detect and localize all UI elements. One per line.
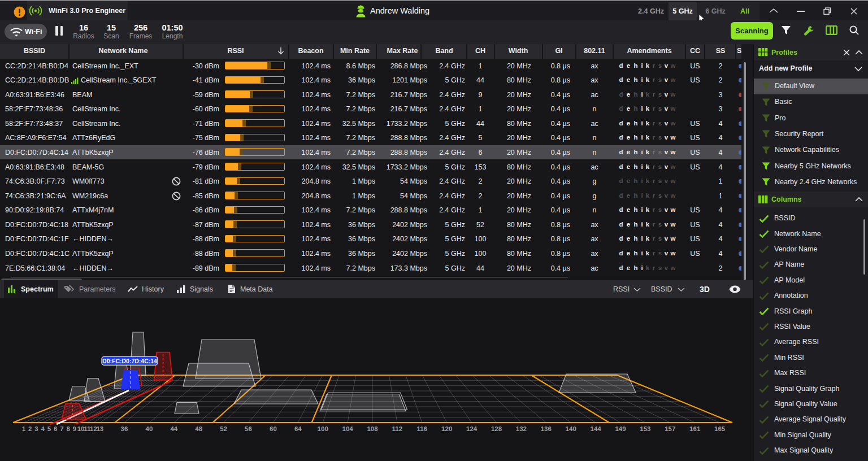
- svg-text:44: 44: [170, 425, 177, 432]
- svg-text:52: 52: [220, 425, 227, 432]
- svg-text:3: 3: [34, 425, 38, 432]
- svg-text:64: 64: [294, 425, 302, 432]
- svg-text:140: 140: [566, 425, 576, 432]
- svg-text:112: 112: [392, 425, 403, 432]
- svg-text:9: 9: [73, 425, 76, 432]
- svg-text:149: 149: [615, 425, 626, 432]
- svg-text:165: 165: [714, 425, 726, 432]
- svg-text:7: 7: [60, 425, 63, 432]
- svg-text:1: 1: [22, 425, 26, 432]
- svg-text:108: 108: [367, 425, 378, 432]
- svg-text:136: 136: [541, 425, 552, 432]
- svg-text:104: 104: [342, 425, 354, 432]
- svg-text:100: 100: [318, 425, 328, 432]
- svg-text:56: 56: [245, 425, 252, 432]
- svg-text:48: 48: [195, 425, 202, 432]
- svg-text:2: 2: [28, 425, 32, 432]
- svg-text:5: 5: [47, 425, 51, 432]
- svg-text:128: 128: [491, 425, 502, 432]
- svg-text:36: 36: [121, 425, 128, 432]
- svg-text:144: 144: [591, 425, 602, 432]
- svg-text:116: 116: [417, 425, 428, 432]
- svg-text:132: 132: [516, 425, 527, 432]
- svg-text:120: 120: [441, 425, 452, 432]
- svg-text:6: 6: [54, 425, 57, 432]
- svg-text:4: 4: [41, 425, 45, 432]
- svg-text:40: 40: [146, 425, 153, 432]
- svg-text:124: 124: [466, 425, 478, 432]
- svg-text:60: 60: [270, 425, 277, 432]
- svg-text:161: 161: [689, 425, 701, 432]
- svg-text:D0:FC:D0:7D:4C:14: D0:FC:D0:7D:4C:14: [102, 358, 157, 364]
- svg-text:8: 8: [66, 425, 70, 432]
- svg-text:13: 13: [96, 425, 103, 432]
- svg-text:157: 157: [665, 425, 675, 432]
- svg-text:153: 153: [640, 425, 650, 432]
